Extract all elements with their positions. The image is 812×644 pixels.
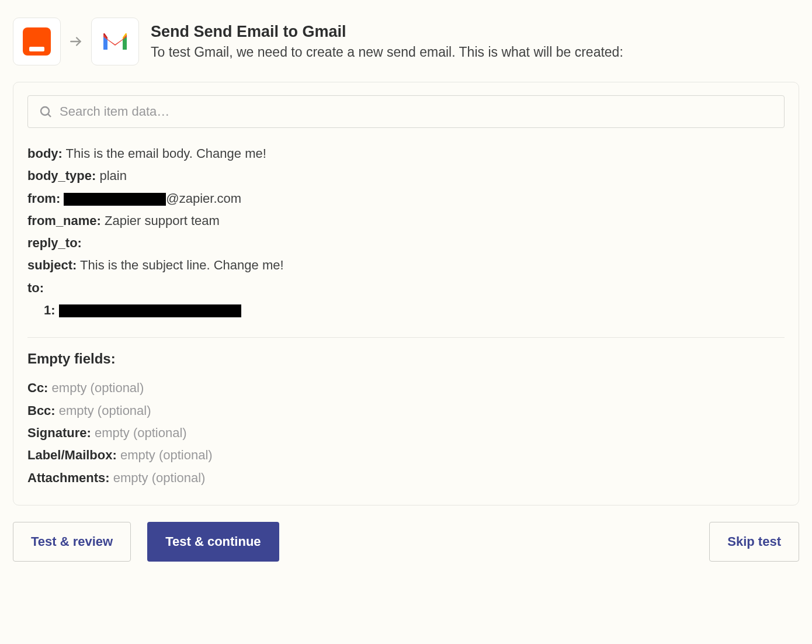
redacted-value: [59, 304, 241, 317]
empty-field: Cc: empty (optional): [27, 378, 785, 399]
empty-field: Label/Mailbox: empty (optional): [27, 445, 785, 466]
field-key: Bcc:: [27, 403, 55, 418]
field-to-item: 1:: [27, 300, 785, 321]
svg-point-3: [41, 107, 49, 115]
field-key: to:: [27, 281, 44, 295]
field-key: reply_to:: [27, 236, 82, 250]
page-subtitle: To test Gmail, we need to create a new s…: [151, 44, 623, 60]
field-subject: subject: This is the subject line. Chang…: [27, 255, 785, 276]
search-box[interactable]: [27, 95, 785, 128]
field-key: body_type:: [27, 168, 96, 183]
arrow-right-icon: [68, 33, 84, 50]
field-from-name: from_name: Zapier support team: [27, 210, 785, 231]
zapier-source-icon: [22, 26, 52, 57]
field-value: This is the email body. Change me!: [66, 146, 266, 161]
field-key: Signature:: [27, 425, 91, 440]
preview-panel: body: This is the email body. Change me!…: [13, 82, 799, 505]
field-key: subject:: [27, 258, 77, 272]
svg-line-4: [48, 114, 51, 117]
skip-test-button[interactable]: Skip test: [709, 522, 799, 562]
test-review-button[interactable]: Test & review: [13, 522, 131, 562]
gmail-icon: [100, 26, 130, 57]
target-app-icon: [91, 18, 139, 65]
field-value: empty (optional): [95, 425, 187, 440]
header-row: Send Send Email to Gmail To test Gmail, …: [13, 18, 799, 65]
data-list: body: This is the email body. Change me!…: [27, 143, 785, 321]
test-continue-button[interactable]: Test & continue: [147, 522, 279, 562]
empty-fields-heading: Empty fields:: [27, 351, 785, 367]
field-key: body:: [27, 146, 63, 161]
field-value: empty (optional): [120, 448, 213, 462]
field-index: 1:: [44, 303, 55, 317]
field-value: empty (optional): [52, 380, 144, 395]
redacted-value: [64, 193, 166, 206]
divider: [27, 337, 785, 338]
field-value: This is the subject line. Change me!: [80, 258, 284, 272]
page-title: Send Send Email to Gmail: [151, 23, 623, 41]
field-key: from:: [27, 191, 60, 206]
field-value: Zapier support team: [105, 213, 220, 228]
field-value: empty (optional): [113, 470, 206, 485]
svg-rect-1: [29, 47, 44, 51]
empty-field: Bcc: empty (optional): [27, 400, 785, 421]
search-icon: [39, 105, 53, 119]
field-body-type: body_type: plain: [27, 165, 785, 186]
empty-field: Signature: empty (optional): [27, 423, 785, 444]
button-row: Test & review Test & continue Skip test: [13, 522, 799, 562]
field-value-suffix: @zapier.com: [166, 191, 241, 206]
field-from: from: @zapier.com: [27, 188, 785, 209]
empty-fields-list: Cc: empty (optional) Bcc: empty (optiona…: [27, 378, 785, 488]
search-input[interactable]: [60, 104, 773, 119]
field-body: body: This is the email body. Change me!: [27, 143, 785, 164]
app-icons: [13, 18, 139, 65]
field-key: Attachments:: [27, 470, 110, 485]
field-reply-to: reply_to:: [27, 233, 785, 254]
field-to: to:: [27, 278, 785, 299]
header-text: Send Send Email to Gmail To test Gmail, …: [151, 23, 623, 60]
field-key: Cc:: [27, 380, 48, 395]
source-app-icon: [13, 18, 61, 65]
field-key: Label/Mailbox:: [27, 448, 117, 462]
field-key: from_name:: [27, 213, 101, 228]
field-value: plain: [99, 168, 126, 183]
empty-field: Attachments: empty (optional): [27, 468, 785, 489]
field-value: empty (optional): [59, 403, 151, 418]
